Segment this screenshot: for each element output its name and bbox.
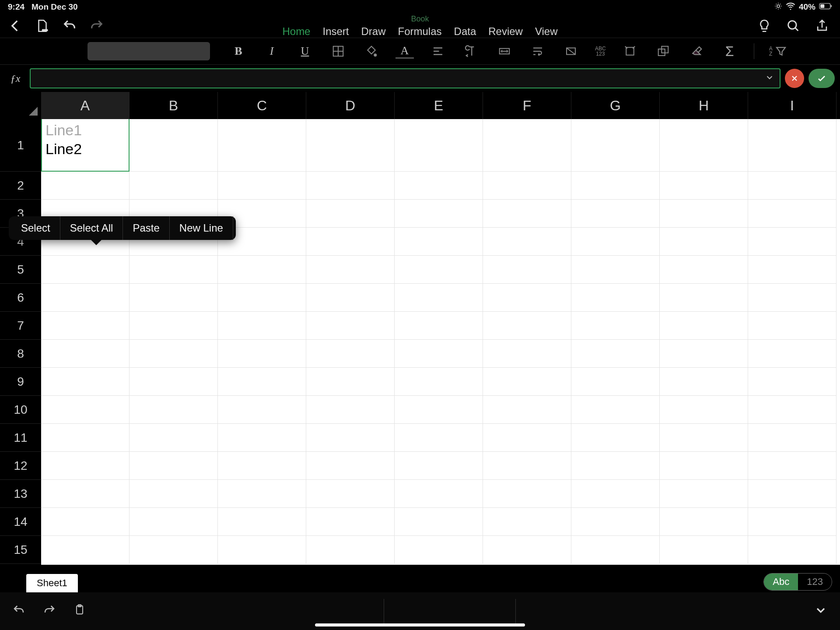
sort-filter-button[interactable]: AZ — [769, 42, 788, 60]
svg-point-6 — [42, 30, 44, 31]
cell-A1-line1: Line1 — [46, 121, 125, 140]
svg-point-5 — [46, 30, 48, 31]
align-button[interactable] — [429, 42, 447, 60]
keyboard-dismiss-button[interactable] — [814, 603, 828, 619]
ctx-new-line[interactable]: New Line — [170, 216, 233, 240]
svg-point-4 — [44, 30, 46, 31]
cell-G1[interactable] — [571, 119, 660, 172]
sheet-tab-bar: Sheet1 Abc 123 — [0, 571, 840, 592]
tab-insert[interactable]: Insert — [322, 25, 349, 38]
file-menu-button[interactable] — [35, 18, 50, 33]
autosum-button[interactable]: Σ — [721, 42, 739, 60]
row-header-7[interactable]: 7 — [0, 312, 41, 340]
cells-area[interactable]: Line1 Line2 — [41, 119, 840, 565]
share-button[interactable] — [815, 18, 830, 33]
row-header-9[interactable]: 9 — [0, 368, 41, 396]
col-header-B[interactable]: B — [130, 92, 218, 119]
kb-undo-button[interactable] — [12, 604, 25, 619]
fill-color-button[interactable] — [362, 42, 381, 60]
lightbulb-button[interactable] — [757, 18, 772, 33]
ctx-paste[interactable]: Paste — [123, 216, 169, 240]
underline-button[interactable]: U — [296, 42, 314, 60]
col-header-A[interactable]: A — [41, 92, 130, 119]
italic-button[interactable]: I — [262, 42, 281, 60]
sheet-tab-active[interactable]: Sheet1 — [26, 574, 78, 592]
tab-view[interactable]: View — [535, 25, 558, 38]
cell-B1[interactable] — [130, 119, 218, 172]
col-header-F[interactable]: F — [483, 92, 571, 119]
merge-button[interactable] — [495, 42, 514, 60]
row-header-6[interactable]: 6 — [0, 284, 41, 312]
cell-F1[interactable] — [483, 119, 571, 172]
row-header-10[interactable]: 10 — [0, 396, 41, 424]
spreadsheet-grid[interactable]: Select Select All Paste New Line A B C D… — [0, 92, 840, 565]
svg-point-0 — [777, 5, 780, 7]
formula-input[interactable] — [30, 68, 780, 88]
col-header-I[interactable]: I — [748, 92, 836, 119]
row-header-2[interactable]: 2 — [0, 172, 41, 200]
col-header-G[interactable]: G — [571, 92, 660, 119]
row-header-14[interactable]: 14 — [0, 508, 41, 536]
tab-review[interactable]: Review — [488, 25, 523, 38]
tab-formulas[interactable]: Formulas — [398, 25, 442, 38]
row-header-15[interactable]: 15 — [0, 536, 41, 564]
wrap-text-button[interactable] — [528, 42, 547, 60]
row-header-12[interactable]: 12 — [0, 452, 41, 480]
back-button[interactable] — [8, 18, 23, 33]
undo-button[interactable] — [62, 18, 77, 33]
fx-label[interactable]: ƒx — [5, 73, 25, 84]
home-indicator[interactable] — [315, 623, 525, 626]
cell-H1[interactable] — [660, 119, 748, 172]
col-header-H[interactable]: H — [660, 92, 748, 119]
font-color-button[interactable]: A — [396, 44, 414, 59]
tab-home[interactable]: Home — [282, 25, 310, 38]
clear-button[interactable] — [687, 42, 706, 60]
document-title[interactable]: Book — [411, 14, 429, 24]
formula-cancel-button[interactable] — [785, 69, 804, 88]
svg-rect-2 — [820, 4, 824, 8]
insert-cells-button[interactable] — [654, 42, 672, 60]
context-menu: Select Select All Paste New Line — [9, 216, 236, 240]
formula-confirm-button[interactable] — [808, 69, 835, 88]
cell-I1[interactable] — [748, 119, 836, 172]
row-headers: 1 2 3 4 5 6 7 8 9 10 11 12 13 14 15 — [0, 119, 41, 565]
text-direction-button[interactable] — [462, 42, 480, 60]
tab-data[interactable]: Data — [454, 25, 476, 38]
borders-button[interactable] — [329, 42, 347, 60]
select-all-corner[interactable] — [0, 92, 41, 119]
row-header-8[interactable]: 8 — [0, 340, 41, 368]
keyboard-mode-toggle[interactable]: Abc 123 — [763, 573, 832, 591]
kb-redo-button[interactable] — [43, 604, 56, 619]
row-header-11[interactable]: 11 — [0, 424, 41, 452]
col-header-D[interactable]: D — [306, 92, 395, 119]
kb-clipboard-button[interactable] — [74, 604, 86, 619]
cell-A1[interactable]: Line1 Line2 — [41, 119, 130, 172]
svg-rect-10 — [626, 47, 634, 55]
formula-expand-icon[interactable] — [765, 73, 774, 84]
kb-mode-123[interactable]: 123 — [798, 574, 832, 590]
row-header-13[interactable]: 13 — [0, 480, 41, 508]
bold-button[interactable]: B — [229, 42, 248, 60]
col-header-C[interactable]: C — [218, 92, 306, 119]
insert-delete-button[interactable] — [621, 42, 639, 60]
ctx-select[interactable]: Select — [11, 216, 60, 240]
row-header-5[interactable]: 5 — [0, 256, 41, 284]
cell-D1[interactable] — [306, 119, 395, 172]
cell-A2[interactable] — [41, 172, 130, 200]
status-date: Mon Dec 30 — [32, 2, 78, 12]
kb-mode-abc[interactable]: Abc — [764, 574, 798, 590]
column-headers: A B C D E F G H I — [0, 92, 840, 119]
ctx-select-all[interactable]: Select All — [60, 216, 123, 240]
cell-styles-button[interactable] — [562, 42, 580, 60]
redo-button[interactable] — [89, 18, 104, 33]
formatting-toolbar: B I U A ABC123 Σ AZ — [0, 38, 840, 65]
number-format-button[interactable]: ABC123 — [595, 46, 606, 56]
tab-draw[interactable]: Draw — [361, 25, 386, 38]
cell-C1[interactable] — [218, 119, 306, 172]
row-header-1[interactable]: 1 — [0, 119, 41, 172]
cell-E1[interactable] — [395, 119, 483, 172]
font-name-box[interactable] — [88, 42, 210, 60]
ribbon-tabs: Home Insert Draw Formulas Data Review Vi… — [282, 25, 557, 38]
col-header-E[interactable]: E — [395, 92, 483, 119]
search-button[interactable] — [786, 18, 801, 33]
